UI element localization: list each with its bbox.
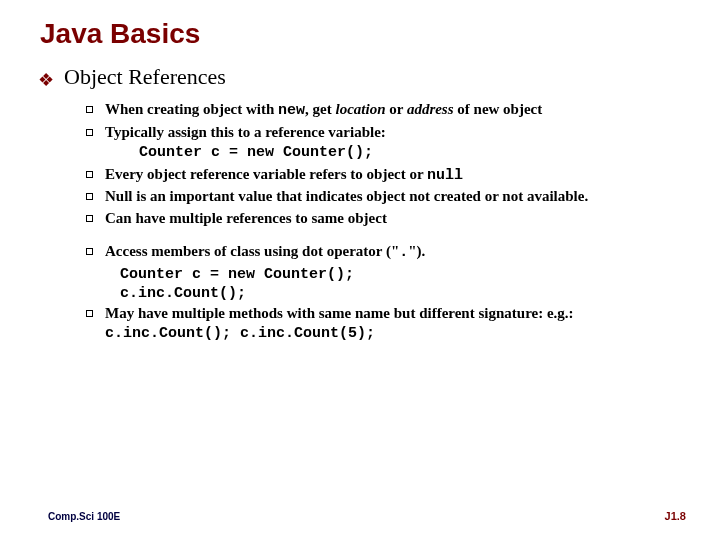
list-item-text: When creating object with new, get locat… — [105, 100, 542, 121]
square-bullet-icon — [86, 310, 93, 317]
list-item-text: Every object reference variable refers t… — [105, 165, 463, 186]
list-item: Typically assign this to a reference var… — [86, 123, 672, 163]
list-item-text: Access members of class using dot operat… — [105, 242, 425, 263]
list-item: Access members of class using dot operat… — [86, 242, 672, 263]
code-block: Counter c = new Counter(); c.inc.Count()… — [120, 265, 672, 304]
slide-title: Java Basics — [40, 18, 682, 50]
list-item-text: May have multiple methods with same name… — [105, 304, 672, 344]
square-bullet-icon — [86, 193, 93, 200]
spacer — [86, 230, 672, 242]
square-bullet-icon — [86, 129, 93, 136]
code-line: c.inc.Count(); — [120, 284, 672, 304]
subtitle-row: ❖ Object References — [38, 64, 682, 90]
list-item: Null is an important value that indicate… — [86, 187, 672, 207]
list-item: Every object reference variable refers t… — [86, 165, 672, 186]
square-bullet-icon — [86, 215, 93, 222]
list-item-text: Can have multiple references to same obj… — [105, 209, 387, 229]
diamond-bullet-icon: ❖ — [38, 71, 54, 89]
slide: Java Basics ❖ Object References When cre… — [0, 0, 720, 344]
square-bullet-icon — [86, 171, 93, 178]
list-item-text: Null is an important value that indicate… — [105, 187, 588, 207]
square-bullet-icon — [86, 106, 93, 113]
footer-left: Comp.Sci 100E — [48, 511, 120, 522]
list-item: May have multiple methods with same name… — [86, 304, 672, 344]
list-item-text: Typically assign this to a reference var… — [105, 123, 386, 163]
square-bullet-icon — [86, 248, 93, 255]
list-item: When creating object with new, get locat… — [86, 100, 672, 121]
code-line: Counter c = new Counter(); — [120, 265, 672, 285]
subtitle-text: Object References — [64, 64, 226, 90]
bullet-list: When creating object with new, get locat… — [86, 100, 672, 344]
list-item: Can have multiple references to same obj… — [86, 209, 672, 229]
footer-right: J1.8 — [665, 510, 686, 522]
